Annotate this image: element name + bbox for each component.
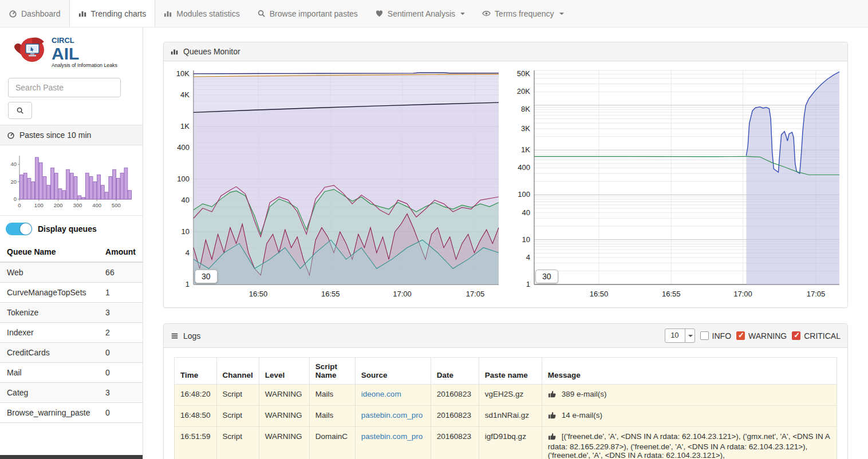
- svg-text:400: 400: [177, 143, 190, 152]
- svg-text:17:05: 17:05: [807, 290, 826, 298]
- source-link[interactable]: pastebin.com_pro: [361, 432, 423, 441]
- svg-text:40: 40: [522, 208, 530, 217]
- queues-monitor-header: Queues Monitor: [164, 42, 847, 61]
- svg-text:1K: 1K: [521, 145, 530, 154]
- ail-logo: CIRCL AIL Analysis of Information Leaks: [0, 27, 143, 77]
- nav-trending-charts[interactable]: Trending charts: [69, 0, 156, 27]
- warning-checkbox[interactable]: [736, 331, 745, 340]
- chevron-down-icon: [460, 13, 465, 15]
- svg-text:20: 20: [10, 179, 17, 185]
- col-script-name: Script Name: [309, 358, 355, 385]
- svg-text:10: 10: [182, 227, 190, 236]
- svg-text:0: 0: [18, 202, 21, 208]
- svg-text:4: 4: [526, 253, 530, 262]
- source-link[interactable]: pastebin.com_pro: [361, 411, 423, 420]
- thumbs-up-icon: [548, 390, 557, 400]
- queue-row: CreditCards0: [0, 343, 143, 363]
- col-date: Date: [431, 358, 479, 385]
- pastes-since-panel-header: Pastes since 10 min: [0, 125, 143, 145]
- nav-sentiment-analysis[interactable]: Sentiment Analysis: [366, 0, 474, 27]
- nav-dashboard[interactable]: Dashboard: [0, 0, 69, 27]
- log-row: 16:51:59 Script WARNING DomainC pastebin…: [175, 427, 837, 459]
- queue-row: Categ3: [0, 383, 143, 403]
- svg-text:1K: 1K: [180, 122, 190, 130]
- svg-text:50K: 50K: [517, 69, 530, 78]
- svg-text:16:50: 16:50: [249, 290, 268, 298]
- svg-text:300: 300: [73, 202, 82, 208]
- svg-text:40: 40: [10, 161, 17, 167]
- source-link[interactable]: ideone.com: [361, 390, 401, 398]
- logs-table: Time Channel Level Script Name Source Da…: [174, 357, 837, 459]
- svg-text:20K: 20K: [517, 87, 530, 96]
- nav-label: Sentiment Analysis: [388, 9, 455, 18]
- page-size-select[interactable]: 10: [665, 329, 695, 343]
- logs-header: Logs 10 INFO WARNING CRITICAL: [164, 324, 847, 348]
- svg-text:400: 400: [92, 202, 101, 208]
- svg-text:100: 100: [177, 175, 190, 183]
- svg-text:16:55: 16:55: [662, 290, 681, 298]
- info-checkbox[interactable]: [700, 331, 709, 340]
- search-icon: [257, 9, 266, 18]
- nav-terms-frequency[interactable]: Terms frequency: [474, 0, 572, 27]
- queues-chart-right[interactable]: 16:5016:5517:0017:051410401004001K3K8K20…: [506, 66, 846, 304]
- queue-table: Queue Name Amount Web66 CurveManageTopSe…: [0, 242, 143, 423]
- nav-label: Modules statistics: [176, 9, 239, 18]
- queues-monitor-title: Queues Monitor: [183, 47, 240, 56]
- filter-info: INFO: [700, 331, 731, 341]
- logo-org-text: CIRCL: [52, 36, 74, 45]
- toggle-knob: [20, 223, 31, 235]
- svg-text:16:55: 16:55: [321, 290, 340, 298]
- svg-text:17:05: 17:05: [466, 290, 485, 298]
- nav-browse-important-pastes[interactable]: Browse important pastes: [248, 0, 366, 27]
- search-paste-button[interactable]: [8, 102, 32, 119]
- chevron-down-icon: [559, 13, 564, 15]
- log-row: 16:48:20 Script WARNING Mails ideone.com…: [175, 385, 837, 406]
- col-paste-name: Paste name: [479, 358, 542, 385]
- nav-label: Terms frequency: [495, 9, 554, 18]
- nav-label: Trending charts: [91, 9, 147, 18]
- display-queues-toggle[interactable]: [6, 223, 32, 235]
- logo-subtitle-text: Analysis of Information Leaks: [52, 62, 118, 68]
- gauge-icon: [7, 131, 15, 139]
- col-level: Level: [259, 358, 309, 385]
- svg-text:17:00: 17:00: [393, 290, 412, 298]
- col-message: Message: [542, 358, 837, 385]
- nav-modules-statistics[interactable]: Modules statistics: [155, 0, 248, 27]
- svg-text:100: 100: [34, 202, 44, 208]
- range-window-input-right[interactable]: 30: [535, 270, 558, 283]
- svg-text:4: 4: [186, 248, 190, 257]
- svg-text:200: 200: [54, 202, 63, 208]
- queue-row: Tokenize3: [0, 303, 143, 323]
- main-content: Queues Monitor 16:5016:5517:0017:0514104…: [143, 27, 868, 459]
- queues-monitor-panel: Queues Monitor 16:5016:5517:0017:0514104…: [163, 42, 848, 308]
- search-paste-input[interactable]: [8, 78, 121, 97]
- pastes-sparkline-chart: 020400100200300400500: [0, 145, 143, 215]
- page-size-value: 10: [665, 329, 684, 342]
- svg-text:400: 400: [518, 163, 530, 172]
- thumbs-up-icon: [548, 411, 557, 421]
- svg-text:3K: 3K: [521, 124, 530, 133]
- log-row: 16:48:50 Script WARNING Mails pastebin.c…: [175, 406, 837, 427]
- svg-text:17:00: 17:00: [733, 290, 752, 298]
- sidebar-scrollbar[interactable]: [0, 455, 143, 459]
- col-time: Time: [175, 358, 217, 385]
- log-message: [('freenet.de', 'A', <DNS IN A rdata: 62…: [548, 432, 830, 459]
- svg-text:40: 40: [182, 196, 190, 204]
- range-window-input-left[interactable]: 30: [195, 270, 218, 283]
- queue-row: Web66: [0, 262, 143, 283]
- chevron-down-icon: [685, 329, 695, 342]
- queues-chart-left[interactable]: 16:5016:5517:0017:051410401004001K4K10K …: [165, 66, 506, 304]
- bar-chart-icon: [164, 9, 172, 18]
- col-channel: Channel: [216, 358, 259, 385]
- filter-label: WARNING: [748, 331, 787, 341]
- queue-table-header-name: Queue Name: [0, 242, 98, 262]
- critical-checkbox[interactable]: [792, 331, 800, 340]
- dashboard-icon: [9, 9, 17, 18]
- log-message: 389 e-mail(s): [562, 390, 607, 398]
- logo-product-text: AIL: [52, 44, 79, 63]
- col-source: Source: [355, 358, 431, 385]
- bar-chart-icon: [171, 48, 179, 56]
- svg-text:8K: 8K: [521, 105, 530, 113]
- svg-text:1: 1: [186, 280, 190, 288]
- eye-icon: [482, 9, 491, 18]
